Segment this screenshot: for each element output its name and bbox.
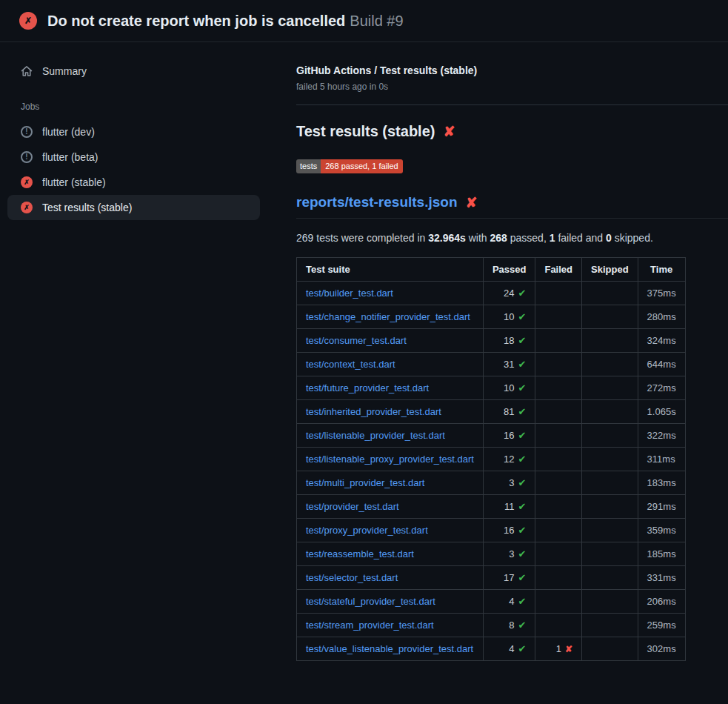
- check-icon: ✔: [518, 335, 527, 346]
- passed-cell-count: 24: [504, 288, 514, 299]
- job-name: flutter (beta): [42, 151, 98, 163]
- test-suite-link[interactable]: test/consumer_test.dart: [306, 335, 407, 346]
- time-cell: 1.065s: [638, 400, 685, 424]
- time-cell: 311ms: [638, 448, 685, 471]
- test-suite-link[interactable]: test/change_notifier_provider_test.dart: [306, 311, 470, 322]
- time-cell: 259ms: [638, 614, 685, 637]
- skipped-cell: [582, 495, 638, 519]
- neutral-circle-icon: !: [21, 151, 33, 163]
- check-icon: ✔: [518, 311, 527, 322]
- build-number: Build #9: [350, 13, 403, 29]
- suite-cell: test/multi_provider_test.dart: [297, 471, 484, 495]
- summary-mid: passed,: [507, 232, 550, 244]
- passed-cell-count: 4: [509, 596, 514, 607]
- suite-cell: test/reassemble_test.dart: [297, 542, 484, 566]
- time-cell: 206ms: [638, 590, 685, 614]
- job-name: flutter (stable): [42, 176, 106, 188]
- test-suite-link[interactable]: test/stateful_provider_test.dart: [306, 596, 435, 607]
- report-file-link[interactable]: reports/test-results.json: [296, 194, 458, 210]
- failed-cell: [535, 353, 582, 376]
- test-suite-link[interactable]: test/stream_provider_test.dart: [306, 620, 434, 631]
- test-suite-row: test/change_notifier_provider_test.dart1…: [297, 305, 686, 329]
- x-circle-icon: ✗: [21, 176, 33, 188]
- test-suite-link[interactable]: test/multi_provider_test.dart: [306, 477, 424, 488]
- test-suite-row: test/provider_test.dart11✔291ms: [297, 495, 686, 519]
- sidebar-job-flutter-beta-[interactable]: !flutter (beta): [7, 145, 260, 170]
- skipped-cell: [582, 519, 638, 542]
- tests-badge: tests268 passed, 1 failed: [296, 159, 403, 173]
- skipped-cell: [582, 329, 638, 353]
- test-suite-row: test/proxy_provider_test.dart16✔359ms: [297, 519, 686, 542]
- column-header-time: Time: [638, 258, 685, 282]
- passed-cell-count: 10: [504, 311, 514, 322]
- passed-cell: 16✔: [483, 519, 535, 542]
- test-suite-link[interactable]: test/listenable_proxy_provider_test.dart: [306, 454, 474, 465]
- section-title: Test results (stable) ✘: [296, 123, 728, 140]
- test-suite-link[interactable]: test/reassemble_test.dart: [306, 548, 414, 559]
- suite-cell: test/consumer_test.dart: [297, 329, 484, 353]
- report-heading: reports/test-results.json ✘: [296, 194, 477, 210]
- passed-cell: 24✔: [483, 282, 535, 305]
- passed-cell-count: 81: [504, 406, 514, 417]
- test-suite-link[interactable]: test/provider_test.dart: [306, 501, 399, 512]
- test-suite-link[interactable]: test/builder_test.dart: [306, 288, 393, 299]
- time-cell: 644ms: [638, 353, 685, 376]
- passed-cell-count: 16: [504, 525, 514, 536]
- test-suite-row: test/listenable_proxy_provider_test.dart…: [297, 448, 686, 471]
- failed-cell: [535, 329, 582, 353]
- results-table: Test suite Passed Failed Skipped Time te…: [296, 257, 686, 661]
- suite-cell: test/stream_provider_test.dart: [297, 614, 484, 637]
- time-cell: 359ms: [638, 519, 685, 542]
- sidebar-job-flutter-dev-[interactable]: !flutter (dev): [7, 119, 260, 145]
- column-header-test-suite: Test suite: [297, 258, 484, 282]
- skipped-cell: [582, 282, 638, 305]
- passed-cell-count: 16: [504, 430, 514, 441]
- passed-cell-count: 3: [509, 548, 514, 559]
- sidebar-item-summary[interactable]: Summary: [7, 59, 260, 84]
- badge-label: tests: [296, 159, 321, 173]
- failed-cell: [535, 282, 582, 305]
- check-icon: ✔: [518, 643, 527, 654]
- test-suite-link[interactable]: test/inherited_provider_test.dart: [306, 406, 441, 417]
- suite-cell: test/builder_test.dart: [297, 282, 484, 305]
- failed-cell: [535, 305, 582, 329]
- test-suite-link[interactable]: test/selector_test.dart: [306, 572, 398, 583]
- sidebar-job-flutter-stable-[interactable]: ✗flutter (stable): [7, 170, 260, 195]
- passed-cell-count: 8: [509, 620, 514, 631]
- skipped-cell: [582, 376, 638, 400]
- check-run-title: Do not create report when job is cancell…: [47, 13, 345, 29]
- skipped-cell: [582, 542, 638, 566]
- passed-cell-count: 11: [504, 501, 515, 512]
- passed-cell: 12✔: [483, 448, 535, 471]
- summary-skipped: 0: [606, 232, 612, 244]
- check-icon: ✔: [518, 382, 527, 393]
- passed-cell: 11✔: [483, 495, 535, 519]
- skipped-cell: [582, 471, 638, 495]
- test-suite-link[interactable]: test/future_provider_test.dart: [306, 382, 429, 393]
- run-status-line: failed 5 hours ago in 0s: [296, 82, 728, 92]
- test-suite-link[interactable]: test/value_listenable_provider_test.dart: [306, 643, 473, 654]
- summary-suffix: skipped.: [612, 232, 653, 244]
- job-name: Test results (stable): [42, 202, 132, 213]
- skipped-cell: [582, 305, 638, 329]
- test-suite-link[interactable]: test/context_test.dart: [306, 359, 395, 370]
- page-header: ✗ Do not create report when job is cance…: [0, 0, 728, 42]
- failed-cell: [535, 448, 582, 471]
- summary-prefix: 269 tests were completed in: [296, 232, 428, 244]
- failed-cell: [535, 590, 582, 614]
- check-icon: ✔: [518, 501, 527, 512]
- time-cell: 375ms: [638, 282, 685, 305]
- passed-cell-count: 4: [509, 643, 514, 654]
- test-suite-row: test/stream_provider_test.dart8✔259ms: [297, 614, 686, 637]
- failed-x-circle-icon: ✗: [19, 12, 37, 30]
- test-suite-link[interactable]: test/proxy_provider_test.dart: [306, 525, 428, 536]
- suite-cell: test/listenable_proxy_provider_test.dart: [297, 448, 484, 471]
- test-suite-link[interactable]: test/listenable_provider_test.dart: [306, 430, 445, 441]
- suite-cell: test/selector_test.dart: [297, 566, 484, 590]
- passed-cell-count: 12: [504, 454, 514, 465]
- check-icon: ✔: [518, 406, 527, 417]
- passed-cell: 10✔: [483, 305, 535, 329]
- jobs-list: !flutter (dev)!flutter (beta)✗flutter (s…: [7, 119, 267, 220]
- sidebar-job-test-results-stable-[interactable]: ✗Test results (stable): [7, 195, 260, 220]
- skipped-cell: [582, 353, 638, 376]
